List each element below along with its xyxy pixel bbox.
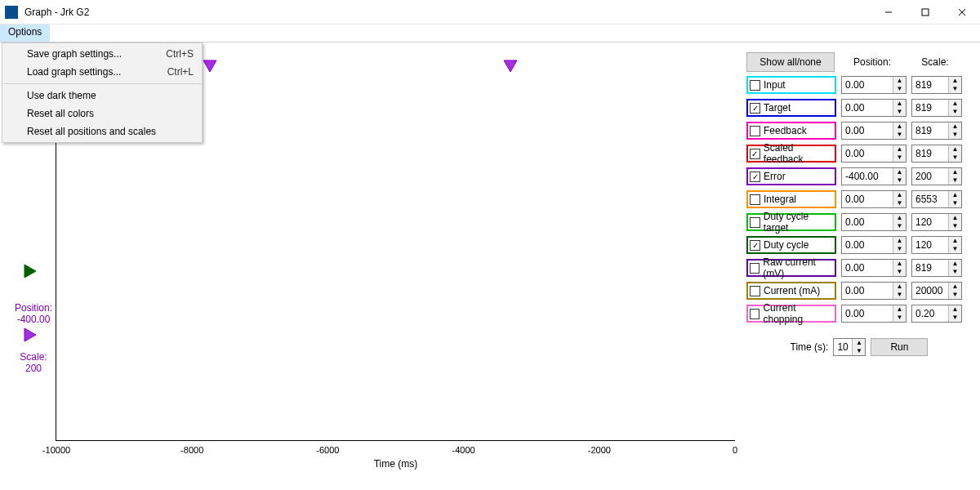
menu-save-shortcut: Ctrl+S [166,48,194,60]
position-label: Position:-400.00 [13,302,54,325]
x-tick: 0 [733,445,737,455]
x-tick: -8000 [180,445,203,455]
svg-marker-7 [504,60,517,72]
menu-load-label: Load graph settings... [27,66,121,78]
window-title: Graph - Jrk G2 [24,7,89,18]
maximize-button[interactable] [906,1,943,24]
menu-reset-colors[interactable]: Reset all colors [2,105,202,122]
menu-dark-theme[interactable]: Use dark theme [2,87,202,105]
menu-save-label: Save graph settings... [27,48,122,60]
marker-duty-cycle [23,263,39,279]
marker-error-left[interactable] [23,327,39,343]
x-tick: -6000 [316,445,339,455]
menu-reset-positions[interactable]: Reset all positions and scales [2,122,202,140]
app-icon [5,6,18,19]
menu-load-settings[interactable]: Load graph settings...Ctrl+L [2,63,202,81]
svg-rect-1 [922,9,929,16]
options-menu[interactable]: Options [0,24,50,42]
scale-label: Scale:200 [13,351,54,374]
minimize-button[interactable] [870,1,906,24]
menu-separator [3,83,201,84]
x-tick: -4000 [452,445,475,455]
options-dropdown: Save graph settings...Ctrl+S Load graph … [2,42,203,143]
x-axis-label: Time (ms) [374,458,418,470]
marker-error-bottom-2[interactable] [502,59,980,440]
menu-save-settings[interactable]: Save graph settings...Ctrl+S [2,45,202,63]
menu-load-shortcut: Ctrl+L [167,66,194,78]
x-tick: -10000 [42,445,70,455]
svg-marker-6 [203,60,216,72]
x-tick: -2000 [588,445,611,455]
svg-marker-4 [24,265,36,278]
close-button[interactable] [943,1,980,24]
svg-marker-5 [24,328,36,341]
